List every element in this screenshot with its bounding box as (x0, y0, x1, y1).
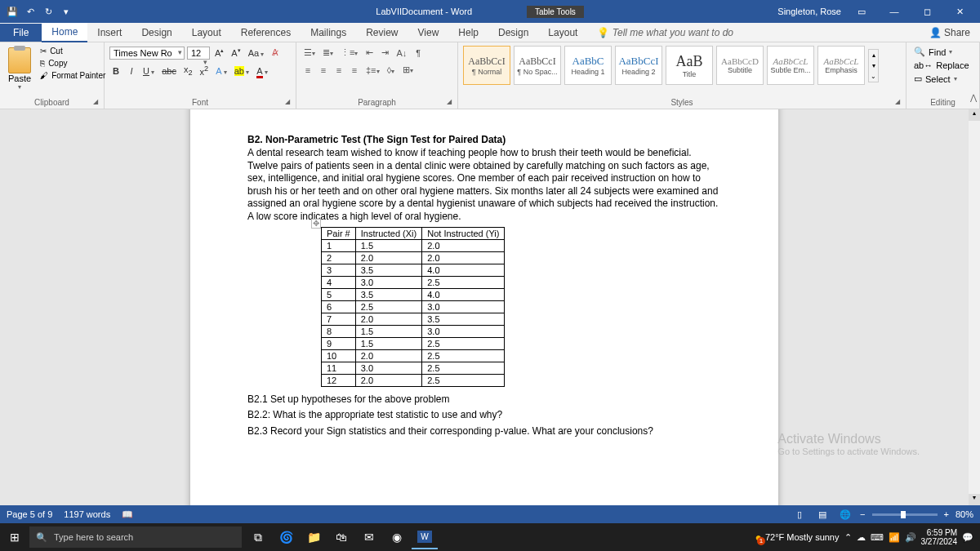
weather-widget[interactable]: 72°F Mostly sunny (755, 531, 839, 544)
table-cell[interactable]: 8 (322, 325, 356, 337)
styles-launcher-icon[interactable]: ◢ (895, 98, 903, 106)
style-emphasis[interactable]: AaBbCcLEmphasis (817, 46, 865, 85)
clock[interactable]: 6:59 PM 3/27/2024 (921, 528, 958, 546)
subscript-button[interactable]: x2 (181, 63, 195, 78)
shrink-font-button[interactable]: A▾ (229, 46, 243, 60)
table-cell[interactable]: 6 (322, 300, 356, 313)
table-cell[interactable]: 1.5 (355, 337, 421, 349)
keyboard-icon[interactable]: ⌨ (871, 532, 884, 543)
notifications-icon[interactable]: 💬 (962, 532, 973, 543)
share-button[interactable]: 👤 Share (920, 24, 980, 42)
tab-design[interactable]: Design (131, 24, 181, 42)
table-cell[interactable]: 3.0 (422, 325, 505, 337)
bullets-button[interactable]: ☰ (301, 46, 318, 60)
styles-down-icon[interactable]: ▾ (869, 60, 878, 71)
cut-button[interactable]: ✂Cut (38, 46, 108, 56)
print-layout-icon[interactable]: ▤ (814, 508, 831, 521)
table-cell[interactable]: 2.5 (355, 300, 421, 313)
format-painter-button[interactable]: 🖌Format Painter (38, 70, 108, 81)
styles-up-icon[interactable]: ▴ (869, 50, 878, 60)
close-icon[interactable]: ✕ (947, 7, 972, 17)
chrome-icon[interactable]: ◉ (384, 525, 410, 549)
table-cell[interactable]: 2.0 (355, 374, 421, 386)
table-cell[interactable]: 4.0 (422, 288, 505, 300)
table-cell[interactable]: 2.0 (422, 239, 505, 251)
style-subtitle[interactable]: AaBbCcDSubtitle (716, 46, 764, 85)
table-cell[interactable]: 3.0 (355, 362, 421, 374)
grow-font-button[interactable]: A▴ (212, 46, 226, 60)
font-size-select[interactable]: 12 (187, 47, 210, 60)
start-button[interactable]: ⊞ (0, 531, 29, 544)
doc-q2[interactable]: B2.2: What is the appropriate test stati… (247, 409, 721, 422)
minimize-icon[interactable]: — (882, 7, 906, 16)
mail-icon[interactable]: ✉ (356, 525, 382, 549)
table-cell[interactable]: 3.0 (355, 276, 421, 288)
zoom-out-icon[interactable]: − (860, 509, 865, 519)
tab-review[interactable]: Review (356, 24, 408, 42)
numbering-button[interactable]: ≣ (320, 46, 336, 60)
table-cell[interactable]: 12 (322, 374, 356, 386)
taskbar-search[interactable]: 🔍 Type here to search (29, 527, 242, 548)
tab-view[interactable]: View (408, 24, 449, 42)
table-cell[interactable]: 2.5 (422, 362, 505, 374)
justify-button[interactable]: ≡ (348, 64, 361, 77)
chevron-down-icon[interactable]: ▾ (18, 83, 21, 91)
maximize-icon[interactable]: ◻ (915, 7, 939, 17)
status-proofing-icon[interactable]: 📖 (122, 509, 133, 520)
borders-button[interactable]: ⊞ (400, 63, 416, 77)
vertical-scrollbar[interactable]: ▴ ▾ (969, 109, 980, 505)
sort-button[interactable]: A↓ (394, 47, 409, 60)
change-case-button[interactable]: Aa (246, 47, 267, 60)
table-cell[interactable]: 4 (322, 276, 356, 288)
table-cell[interactable]: 9 (322, 337, 356, 349)
doc-q1[interactable]: B2.1 Set up hypotheses for the above pro… (247, 393, 721, 407)
document-canvas[interactable]: B2. Non-Parametric Test (The Sign Test f… (0, 109, 969, 505)
tell-me-search[interactable]: Tell me what you want to do (587, 24, 743, 42)
replace-button[interactable]: ab↔Replace (911, 60, 974, 71)
table-cell[interactable]: 11 (322, 362, 356, 374)
web-layout-icon[interactable]: 🌐 (837, 508, 853, 521)
font-launcher-icon[interactable]: ◢ (285, 98, 293, 106)
table-move-handle-icon[interactable]: ✥ (311, 219, 321, 229)
zoom-level[interactable]: 80% (956, 509, 973, 519)
table-cell[interactable]: 10 (322, 349, 356, 362)
doc-heading[interactable]: B2. Non-Parametric Test (The Sign Test f… (247, 134, 721, 145)
table-cell[interactable]: 2.5 (422, 337, 505, 349)
table-cell[interactable]: 7 (322, 313, 356, 325)
font-name-select[interactable]: Times New Ro (109, 47, 185, 60)
tab-insert[interactable]: Insert (87, 24, 131, 42)
doc-q3[interactable]: B2.3 Record your Sign statistics and the… (247, 425, 721, 438)
table-cell[interactable]: 5 (322, 288, 356, 300)
tab-layout[interactable]: Layout (182, 24, 231, 42)
zoom-in-icon[interactable]: + (944, 509, 949, 519)
table-cell[interactable]: 3 (322, 264, 356, 276)
strikethrough-button[interactable]: abc (159, 64, 179, 78)
font-color-button[interactable]: A (254, 64, 270, 78)
word-icon[interactable]: W (412, 525, 438, 549)
table-cell[interactable]: 3.5 (355, 264, 421, 276)
data-table[interactable]: Pair #Instructed (Xi)Not Instructed (Yi)… (321, 227, 505, 387)
save-icon[interactable]: 💾 (7, 6, 18, 17)
align-left-button[interactable]: ≡ (301, 64, 314, 77)
table-cell[interactable]: 2.5 (422, 349, 505, 362)
status-page[interactable]: Page 5 of 9 (7, 509, 52, 519)
increase-indent-button[interactable]: ⇥ (378, 46, 391, 60)
doc-paragraph[interactable]: A dental research team wished to know if… (247, 147, 721, 224)
scroll-down-icon[interactable]: ▾ (969, 494, 980, 505)
italic-button[interactable]: I (125, 64, 138, 78)
edge-icon[interactable]: 🌀 (273, 525, 299, 549)
style-heading1[interactable]: AaBbCHeading 1 (564, 46, 612, 85)
redo-icon[interactable]: ↻ (42, 6, 54, 17)
tab-help[interactable]: Help (448, 24, 488, 42)
explorer-icon[interactable]: 📁 (301, 525, 327, 549)
undo-icon[interactable]: ↶ (24, 6, 36, 17)
underline-button[interactable]: U (140, 64, 157, 78)
find-button[interactable]: 🔍Find (911, 46, 974, 58)
highlight-button[interactable]: ab (232, 64, 252, 78)
style-title[interactable]: AaBTitle (666, 46, 713, 85)
styles-more-icon[interactable]: ⌄ (869, 71, 878, 82)
table-cell[interactable]: 2.0 (355, 349, 421, 362)
table-cell[interactable]: 2.0 (355, 313, 421, 325)
table-cell[interactable]: 3.5 (422, 313, 505, 325)
align-right-button[interactable]: ≡ (332, 64, 345, 77)
